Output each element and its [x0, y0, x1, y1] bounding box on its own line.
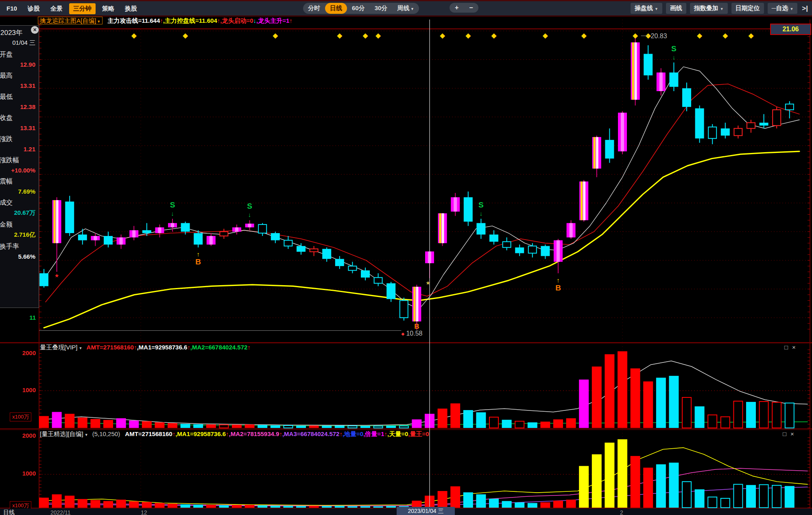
- quote-label: 成交: [0, 199, 39, 207]
- quote-row: 涨跌幅+10.00%: [0, 156, 39, 174]
- quote-date: 01/04 三: [0, 39, 39, 47]
- toolbar-right: 操盘线▼画线指数叠加▼日期定位─自选▼ >|: [631, 3, 808, 14]
- chevron-down-icon[interactable]: ▼: [409, 7, 414, 11]
- vol-indicator-selector[interactable]: 量王叠现[VIP]▼: [40, 344, 82, 351]
- vol2-axis-2000: 2000: [12, 432, 36, 439]
- svg-text:↓: ↓: [672, 54, 676, 61]
- chevron-down-icon[interactable]: ▼: [97, 20, 100, 24]
- quote-value: 7.69%: [0, 188, 39, 195]
- indicator-value: ,MA1=92958736.6: [175, 430, 226, 437]
- quote-value: 1.21: [0, 146, 39, 153]
- trend-arrow-icon: ↑: [226, 430, 229, 437]
- period-tab[interactable]: 60分: [347, 3, 370, 14]
- svg-text:◆: ◆: [273, 32, 278, 39]
- svg-text:◆: ◆: [183, 32, 188, 39]
- quote-row: 涨跌1.21: [0, 135, 39, 153]
- volume2-panel-chart[interactable]: [0, 430, 812, 508]
- svg-text:B: B: [414, 323, 419, 330]
- svg-text:↑: ↑: [196, 251, 200, 258]
- menu-item[interactable]: 换股: [121, 3, 141, 14]
- quote-value: 13.31: [0, 124, 39, 131]
- menu-item[interactable]: 三分钟: [69, 3, 96, 14]
- period-label: 日线: [3, 509, 15, 515]
- chevron-down-icon[interactable]: ▼: [720, 7, 724, 11]
- indicator-value: ,龙头主升=1: [256, 17, 289, 24]
- period-tab[interactable]: 30分: [370, 3, 393, 14]
- menu-item[interactable]: 诊股: [24, 3, 44, 14]
- zoom-controls: + −: [450, 3, 478, 13]
- date-axis-label: 2: [620, 509, 623, 515]
- trend-arrow-icon: ↑: [187, 344, 190, 351]
- indicator-value: ,地量=0: [343, 430, 363, 437]
- close-icon[interactable]: ×: [31, 26, 39, 34]
- panel-close-icon[interactable]: ×: [790, 430, 794, 437]
- indicator-value: ,量王=0: [408, 430, 429, 437]
- vol2-indicator-header: [量王精选][自编]▼ (5,10,250) AMT=271568160↑,MA…: [40, 430, 429, 439]
- svg-text:◆: ◆: [402, 332, 405, 336]
- chevron-down-icon[interactable]: ▼: [79, 346, 83, 350]
- chevron-down-icon[interactable]: ▼: [655, 7, 658, 11]
- vol-indicator-name: 量王叠现[VIP]: [40, 344, 78, 351]
- tool-button[interactable]: 画线: [666, 3, 686, 14]
- svg-text:↓: ↓: [248, 211, 251, 218]
- svg-text:↓: ↓: [171, 210, 174, 217]
- menu-item[interactable]: F10: [2, 3, 21, 14]
- panel-restore-icon[interactable]: □: [783, 430, 786, 437]
- svg-text:◆: ◆: [543, 32, 548, 39]
- svg-text:◆: ◆: [362, 32, 368, 39]
- main-candlestick-chart[interactable]: ◆◆◆◆◆◆◆◆◆◆◆◆◆◆◆◆S↓S↓S↓S↓↑B↑BB◆10.5820.83…: [0, 15, 812, 343]
- quote-row: 金额2.716亿: [0, 220, 39, 239]
- svg-text:◆: ◆: [491, 32, 497, 39]
- quote-row: 最高13.31: [0, 72, 39, 89]
- tool-button[interactable]: 指数叠加▼: [690, 3, 728, 14]
- period-tab[interactable]: 日线: [325, 3, 347, 14]
- quote-value: 2.716亿: [0, 231, 39, 239]
- period-tab[interactable]: 周线 ▼: [392, 3, 419, 14]
- zoom-out-button[interactable]: −: [464, 3, 478, 13]
- period-tabs: 分时日线60分30分周线 ▼: [303, 3, 419, 14]
- chevron-down-icon[interactable]: ▼: [85, 433, 88, 437]
- svg-text:20.83: 20.83: [651, 33, 667, 39]
- panel-close-icon[interactable]: ×: [792, 344, 796, 351]
- quote-row: 收盘13.31: [0, 114, 39, 131]
- svg-text:★: ★: [55, 273, 59, 279]
- main-indicator-selector[interactable]: 擒龙追踪主图A[自编]▼: [38, 17, 103, 24]
- volume-panel-chart[interactable]: [0, 343, 812, 430]
- quote-row: 成交20.67万: [0, 199, 39, 217]
- vol-indicator-header: 量王叠现[VIP]▼ AMT=271568160↑,MA1=92958736.6…: [40, 344, 251, 352]
- quote-label: 收盘: [0, 114, 39, 122]
- panel-restore-icon[interactable]: □: [784, 344, 788, 351]
- indicator-value: AMT=271568160: [87, 344, 134, 351]
- trend-arrow-icon: ↑: [247, 344, 251, 351]
- date-axis-label: 12: [141, 509, 147, 515]
- chevron-down-icon[interactable]: ▼: [790, 7, 793, 11]
- svg-text:◆: ◆: [440, 32, 445, 39]
- tool-button[interactable]: 操盘线▼: [631, 3, 662, 14]
- quote-value: 12.38: [0, 103, 39, 110]
- vol2-indicator-selector[interactable]: [量王精选][自编]▼: [40, 430, 88, 437]
- svg-text:◆: ◆: [465, 32, 471, 39]
- svg-text:↑: ↑: [557, 277, 560, 284]
- main-indicator-header: 擒龙追踪主图A[自编]▼ 主力攻击线=11.644↑,主力控盘线=11.604↑…: [38, 17, 292, 25]
- menu-item[interactable]: 全景: [46, 3, 67, 14]
- quote-value: 13.31: [0, 82, 39, 89]
- date-axis-label: 2022/11: [50, 509, 71, 515]
- tool-button[interactable]: 日期定位: [731, 3, 764, 14]
- quote-label: 开盘: [0, 50, 39, 59]
- period-tab[interactable]: 分时: [303, 3, 325, 14]
- svg-text:S: S: [478, 201, 484, 209]
- vol2-axis-1000: 1000: [12, 470, 36, 477]
- trading-app: F10诊股全景三分钟策略换股 分时日线60分30分周线 ▼ + − 操盘线▼画线…: [0, 0, 812, 515]
- menu-item[interactable]: 策略: [98, 3, 118, 14]
- price-axis-label-11: 11: [16, 314, 36, 321]
- indicator-value: ,MA3=66784024.572: [282, 430, 340, 437]
- quote-row: 换手率5.66%: [0, 242, 39, 260]
- topbar: F10诊股全景三分钟策略换股 分时日线60分30分周线 ▼ + − 操盘线▼画线…: [0, 0, 812, 15]
- quote-label: 金额: [0, 220, 39, 229]
- svg-text:◆: ◆: [337, 32, 343, 39]
- selected-date-badge: 2023/01/04 三: [397, 507, 455, 515]
- collapse-panel-icon[interactable]: >|: [802, 4, 808, 13]
- zoom-in-button[interactable]: +: [450, 3, 464, 13]
- tool-button[interactable]: ─自选▼: [768, 3, 798, 14]
- svg-text:◆: ◆: [375, 32, 381, 39]
